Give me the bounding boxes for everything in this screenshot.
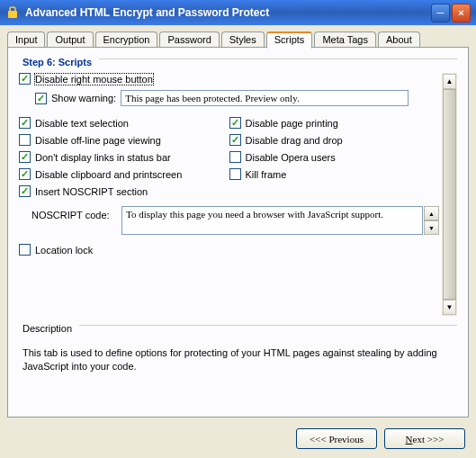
label-disable-clipboard: Disable clipboard and printscreen [35,169,182,180]
tab-password[interactable]: Password [159,31,219,48]
checkbox-insert-noscript[interactable] [19,185,31,197]
noscript-code-input[interactable]: To display this page you need a browser … [121,206,423,235]
label-kill-frame: Kill frame [246,169,287,180]
title-bar: Advanced HTML Encrypt and Password Prote… [0,0,476,25]
label-disable-drag-drop: Disable drag and drop [246,135,343,146]
scroll-track[interactable] [443,89,456,300]
tab-strip: Input Output Encryption Password Styles … [7,31,469,48]
scroll-down-button[interactable]: ▼ [443,300,456,315]
checkbox-disable-opera[interactable] [229,151,241,163]
label-disable-text-selection: Disable text selection [35,118,129,129]
label-disable-right-mouse: Disable right mouse button [35,74,153,85]
scroll-up-button[interactable]: ▲ [443,74,456,89]
description-text: This tab is used to define options for p… [19,339,457,377]
label-insert-noscript: Insert NOSCRIPT section [35,186,148,197]
divider [79,325,457,326]
label-disable-offline: Disable off-line page viewing [35,135,161,146]
tab-output[interactable]: Output [47,31,93,48]
step-title: Step 6: Scripts [19,57,95,67]
app-icon [5,5,20,20]
checkbox-disable-drag-drop[interactable] [229,134,241,146]
noscript-code-label: NOSCRIPT code: [31,206,121,220]
label-disable-opera: Disable Opera users [246,152,336,163]
checkbox-dont-display-links[interactable] [19,151,31,163]
checkbox-location-lock[interactable] [19,244,31,256]
options-scroll-area: Disable right mouse button Show warning:… [19,73,457,316]
client-area: Input Output Encryption Password Styles … [0,25,476,458]
warning-text-input[interactable] [121,90,409,106]
checkbox-disable-offline[interactable] [19,134,31,146]
checkbox-kill-frame[interactable] [229,168,241,180]
checkbox-show-warning[interactable] [35,93,47,104]
tab-scripts[interactable]: Scripts [266,31,313,49]
close-button[interactable]: × [452,4,471,22]
window-title: Advanced HTML Encrypt and Password Prote… [25,6,431,19]
divider [99,58,457,59]
checkbox-disable-text-selection[interactable] [19,117,31,129]
tab-about[interactable]: About [378,31,420,48]
tab-input[interactable]: Input [7,31,45,48]
tab-metatags[interactable]: Meta Tags [314,31,376,48]
label-location-lock: Location lock [35,245,93,256]
tab-content: Step 6: Scripts Disable right mouse butt… [7,47,469,418]
scroll-thumb[interactable] [443,89,456,300]
description-title: Description [19,323,76,334]
checkbox-disable-clipboard[interactable] [19,168,31,180]
minimize-button[interactable]: ─ [431,4,450,22]
label-dont-display-links: Don't display links in status bar [35,152,171,163]
label-show-warning: Show warning: [51,93,116,103]
tab-encryption[interactable]: Encryption [95,31,158,48]
label-disable-printing: Disable page printing [246,118,338,129]
next-button[interactable]: Next >>> [384,428,465,449]
scrollbar[interactable]: ▲ ▼ [442,73,457,316]
noscript-spin-up[interactable]: ▲ [424,206,439,220]
noscript-spin-down[interactable]: ▼ [424,220,439,235]
previous-button[interactable]: <<< Previous [296,428,377,449]
checkbox-disable-printing[interactable] [229,117,241,129]
svg-rect-1 [8,11,17,18]
tab-styles[interactable]: Styles [221,31,265,48]
checkbox-disable-right-mouse[interactable] [19,73,31,85]
